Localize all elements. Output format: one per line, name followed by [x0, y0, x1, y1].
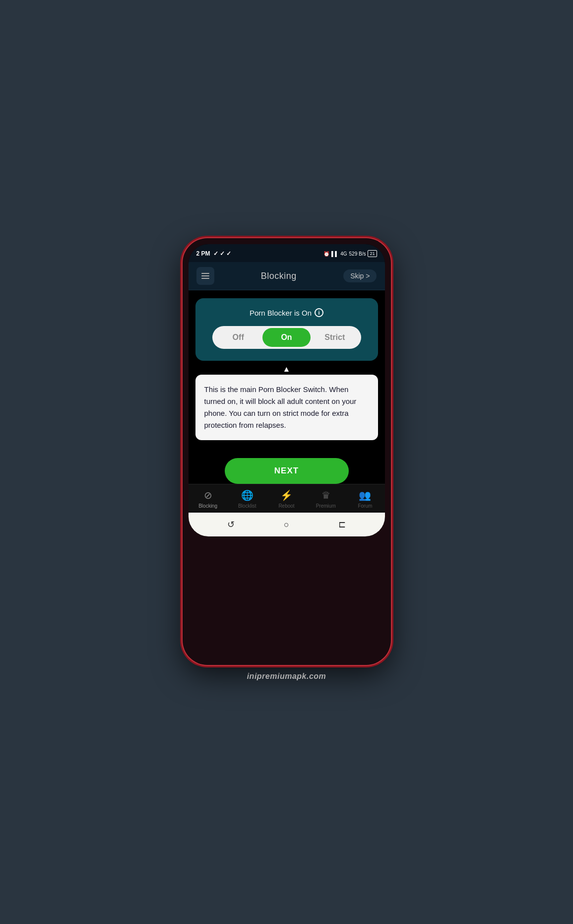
- app-bar: Blocking Skip >: [189, 262, 385, 290]
- app-title: Blocking: [261, 271, 297, 281]
- status-time: 2 PM: [196, 250, 210, 257]
- network-speed: 529 B/s: [349, 251, 366, 257]
- back-icon: ↺: [227, 519, 235, 530]
- alarm-icon: ⏰: [323, 251, 329, 257]
- watermark: inipremiumapk.com: [247, 672, 326, 681]
- blocker-card: Porn Blocker is On i Off On Strict: [195, 298, 378, 361]
- nav-forum[interactable]: 👥 Forum: [345, 489, 384, 509]
- toggle-strict[interactable]: Strict: [311, 328, 359, 347]
- nav-blocklist[interactable]: 🌐 Blocklist: [228, 489, 267, 509]
- home-button[interactable]: ○: [281, 519, 293, 530]
- toggle-on[interactable]: On: [262, 328, 311, 347]
- status-right: ⏰ ▌▌ 4G 529 B/s 21: [323, 250, 377, 257]
- bottom-nav: ⊘ Blocking 🌐 Blocklist ⚡ Reboot ♛ Premiu…: [189, 484, 385, 513]
- blocklist-nav-icon: 🌐: [241, 489, 254, 501]
- battery-indicator: 21: [368, 250, 377, 257]
- recents-icon: ⊏: [338, 519, 346, 530]
- nav-premium[interactable]: ♛ Premium: [306, 489, 345, 509]
- reboot-nav-label: Reboot: [278, 503, 294, 509]
- blocker-status-title: Porn Blocker is On i: [250, 308, 323, 317]
- nav-blocking[interactable]: ⊘ Blocking: [189, 489, 228, 509]
- forum-nav-label: Forum: [358, 503, 372, 509]
- nav-reboot[interactable]: ⚡ Reboot: [267, 489, 306, 509]
- toggle-off[interactable]: Off: [214, 328, 262, 347]
- blocking-nav-label: Blocking: [198, 503, 217, 509]
- premium-nav-label: Premium: [316, 503, 336, 509]
- status-left: 2 PM ✓ ✓ ✓: [196, 250, 232, 257]
- forum-nav-icon: 👥: [359, 489, 371, 501]
- main-content: Porn Blocker is On i Off On Strict ▲ Thi…: [189, 290, 385, 536]
- tooltip-text: This is the main Porn Blocker Switch. Wh…: [204, 384, 369, 431]
- status-bar: 2 PM ✓ ✓ ✓ ⏰ ▌▌ 4G 529 B/s 21: [189, 244, 385, 262]
- blocking-nav-icon: ⊘: [204, 489, 212, 501]
- tooltip-arrow: ▲: [189, 365, 385, 374]
- blocklist-nav-label: Blocklist: [238, 503, 256, 509]
- home-icon: ○: [284, 520, 289, 530]
- check-icons: ✓ ✓ ✓: [213, 250, 232, 257]
- mode-toggle[interactable]: Off On Strict: [212, 326, 361, 349]
- reboot-nav-icon: ⚡: [280, 489, 293, 501]
- premium-nav-icon: ♛: [321, 489, 330, 501]
- android-nav-bar: ↺ ○ ⊏: [189, 513, 385, 536]
- hamburger-icon: [201, 273, 209, 279]
- info-icon[interactable]: i: [315, 308, 323, 317]
- menu-button[interactable]: [196, 267, 214, 285]
- signal-icon: ▌▌: [331, 251, 338, 257]
- skip-button[interactable]: Skip >: [343, 269, 377, 282]
- network-icon: 4G: [340, 251, 347, 257]
- back-button[interactable]: ↺: [225, 519, 237, 530]
- recents-button[interactable]: ⊏: [336, 519, 348, 530]
- phone-screen: 2 PM ✓ ✓ ✓ ⏰ ▌▌ 4G 529 B/s 21 Blocking S…: [189, 244, 385, 536]
- next-button[interactable]: NEXT: [225, 458, 349, 484]
- blocker-status-text: Porn Blocker is On: [250, 309, 312, 317]
- phone-frame: 2 PM ✓ ✓ ✓ ⏰ ▌▌ 4G 529 B/s 21 Blocking S…: [183, 238, 391, 665]
- tooltip-box: This is the main Porn Blocker Switch. Wh…: [195, 375, 378, 440]
